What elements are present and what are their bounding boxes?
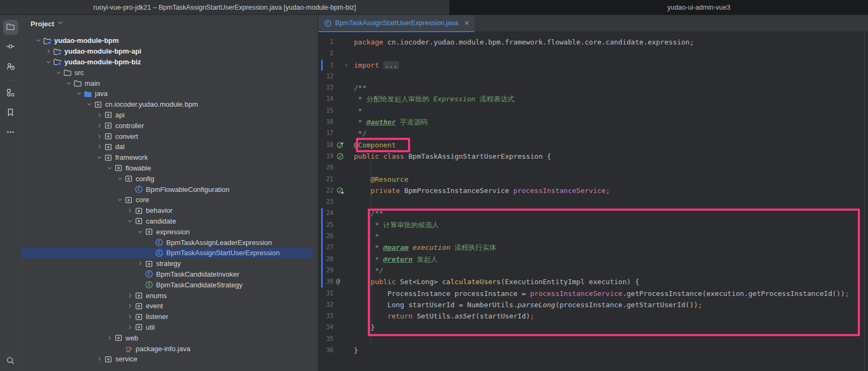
tree-row-util[interactable]: util <box>21 322 318 333</box>
line-number[interactable]: 18 <box>318 139 333 151</box>
project-panel-header[interactable]: Project <box>21 15 318 32</box>
code-line-13[interactable]: 13/** <box>318 82 868 93</box>
tree-row-bpmflowableconfiguration[interactable]: CBpmFlowableConfiguration <box>21 184 318 195</box>
tree-row-bpmtaskassignstartuserexpression[interactable]: CBpmTaskAssignStartUserExpression <box>21 248 313 258</box>
chevron-down-icon[interactable] <box>84 101 94 107</box>
code-line-33[interactable]: 33 return SetUtils.asSet(startUserId); <box>318 310 868 322</box>
code-line-19[interactable]: 19public class BpmTaskAssignStartUserExp… <box>318 151 868 162</box>
fold-arrow-icon[interactable] <box>344 60 349 71</box>
chevron-down-icon[interactable] <box>33 38 43 43</box>
spring-gutter-icon[interactable] <box>336 152 344 160</box>
chevron-right-icon[interactable] <box>105 335 114 341</box>
code-line-23[interactable]: 23 <box>318 196 868 207</box>
activity-pull-requests-button[interactable]: ? <box>3 60 18 75</box>
code-line-21[interactable]: 21 @Resource <box>318 174 868 185</box>
code-line-3[interactable]: 3import ... <box>318 60 868 71</box>
code-line-28[interactable]: 28 * @return 发起人 <box>318 254 868 265</box>
tree-row-bpmtaskcandidatestrategy[interactable]: IBpmTaskCandidateStrategy <box>21 279 318 290</box>
tree-row-candidate[interactable]: candidate <box>21 216 318 227</box>
line-number[interactable]: 2 <box>318 48 333 59</box>
activity-search-everywhere-button[interactable] <box>3 354 18 369</box>
code-editor[interactable]: 1package cn.iocoder.yudao.module.bpm.fra… <box>318 36 868 356</box>
tree-row-behavior[interactable]: behavior <box>21 205 318 216</box>
line-number[interactable]: 17 <box>318 128 333 139</box>
code-line-26[interactable]: 26 * <box>318 231 868 242</box>
line-number[interactable]: 35 <box>318 333 333 345</box>
line-number[interactable]: 16 <box>318 116 333 128</box>
tree-row-yudao-module-bpm-api[interactable]: yudao-module-bpm-api <box>21 46 318 57</box>
chevron-right-icon[interactable] <box>94 356 104 362</box>
secondary-window-titlebar[interactable]: yudao-ui-admin-vue3 <box>449 0 868 15</box>
code-line-17[interactable]: 17 */ <box>318 128 868 139</box>
code-line-18[interactable]: 18@Component <box>318 139 868 151</box>
line-number[interactable]: 15 <box>318 105 333 116</box>
chevron-down-icon[interactable] <box>64 80 73 86</box>
line-number[interactable]: 14 <box>318 93 333 105</box>
activity-commit-button[interactable] <box>3 40 18 55</box>
spring-arrow-gutter-icon[interactable] <box>336 187 344 195</box>
code-line-35[interactable]: 35 <box>318 333 868 345</box>
tree-row-controller[interactable]: controller <box>21 120 318 131</box>
tree-row-convert[interactable]: convert <box>21 131 318 142</box>
chevron-right-icon[interactable] <box>125 324 135 330</box>
tree-row-main[interactable]: main <box>21 78 318 88</box>
code-line-29[interactable]: 29 */ <box>318 265 868 276</box>
tree-row-flowable[interactable]: flowable <box>21 163 318 174</box>
tree-row-bpmtaskcandidateinvoker[interactable]: CBpmTaskCandidateInvoker <box>21 269 318 280</box>
tree-row-config[interactable]: config <box>21 173 318 184</box>
line-number[interactable]: 32 <box>318 299 333 310</box>
code-line-24[interactable]: 24 /** <box>318 207 868 219</box>
chevron-down-icon[interactable] <box>115 176 124 182</box>
code-line-32[interactable]: 32 Long startUserId = NumberUtils.parseL… <box>318 299 868 310</box>
chevron-down-icon[interactable] <box>74 91 84 97</box>
code-line-34[interactable]: 34 } <box>318 322 868 333</box>
activity-bookmarks-button[interactable] <box>3 106 18 121</box>
code-line-12[interactable]: 12 <box>318 71 868 82</box>
line-number[interactable]: 12 <box>318 71 333 82</box>
activity-project-button[interactable] <box>3 20 18 35</box>
tree-row-strategy[interactable]: strategy <box>21 258 318 269</box>
spring-check-gutter-icon[interactable] <box>336 141 344 149</box>
line-number[interactable]: 13 <box>318 82 333 93</box>
activity-more-tool-windows-button[interactable] <box>3 125 18 140</box>
tree-row-core[interactable]: core <box>21 195 318 205</box>
tree-row-yudao-module-bpm[interactable]: yudao-module-bpm <box>21 35 318 46</box>
chevron-right-icon[interactable] <box>125 207 135 213</box>
code-line-36[interactable]: 36} <box>318 345 868 356</box>
external-annotation-icon[interactable]: @ <box>336 276 344 284</box>
code-line-16[interactable]: 16 * @author 芋道源码 <box>318 116 868 128</box>
line-number[interactable]: 22 <box>318 185 333 196</box>
line-number[interactable]: 20 <box>318 162 333 173</box>
vcs-change-bar[interactable] <box>321 208 323 288</box>
code-line-14[interactable]: 14 * 分配给发起人审批的 Expression 流程表达式 <box>318 93 868 105</box>
chevron-down-icon[interactable] <box>43 59 53 65</box>
line-number[interactable]: 1 <box>318 36 333 48</box>
chevron-down-icon[interactable] <box>105 165 114 171</box>
code-line-25[interactable]: 25 * 计算审批的候选人 <box>318 219 868 231</box>
tree-row-event[interactable]: event <box>21 301 318 311</box>
tree-row-expression[interactable]: expression <box>21 226 318 237</box>
chevron-down-icon[interactable] <box>54 70 63 76</box>
tree-row-dal[interactable]: dal <box>21 142 318 152</box>
code-line-27[interactable]: 27 * @param execution 流程执行实体 <box>318 242 868 253</box>
code-line-20[interactable]: 20 <box>318 162 868 173</box>
vcs-change-bar[interactable] <box>321 60 323 71</box>
chevron-right-icon[interactable] <box>94 144 104 150</box>
code-line-22[interactable]: 22 private BpmProcessInstanceService pro… <box>318 185 868 196</box>
line-number[interactable]: 19 <box>318 151 333 162</box>
tab-close-icon[interactable]: ✕ <box>464 20 469 27</box>
code-line-1[interactable]: 1package cn.iocoder.yudao.module.bpm.fra… <box>318 36 868 48</box>
activity-structure-button[interactable] <box>3 86 18 101</box>
code-line-15[interactable]: 15 * <box>318 105 868 116</box>
line-number[interactable]: 31 <box>318 288 333 299</box>
line-number[interactable]: 34 <box>318 322 333 333</box>
line-number[interactable]: 36 <box>318 345 333 356</box>
line-number[interactable]: 21 <box>318 174 333 185</box>
tree-row-cn-iocoder-yudao-module-bpm[interactable]: cn.iocoder.yudao.module.bpm <box>21 99 318 110</box>
tree-row-service[interactable]: service <box>21 354 318 365</box>
line-number[interactable]: 33 <box>318 310 333 322</box>
chevron-down-icon[interactable] <box>135 229 145 235</box>
code-line-31[interactable]: 31 ProcessInstance processInstance = pro… <box>318 288 868 299</box>
tree-row-api[interactable]: api <box>21 110 318 121</box>
tree-row-src[interactable]: src <box>21 67 318 78</box>
